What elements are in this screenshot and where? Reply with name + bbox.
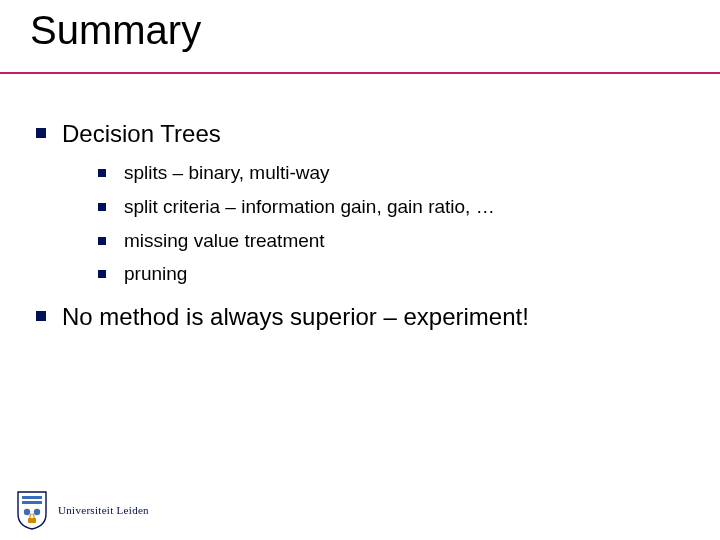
sub-bullet-text: pruning bbox=[124, 262, 187, 287]
square-bullet-icon bbox=[98, 270, 106, 278]
bullet-no-method: No method is always superior – experimen… bbox=[36, 301, 690, 332]
sub-bullet-text: splits – binary, multi-way bbox=[124, 161, 330, 186]
content-area: Decision Trees splits – binary, multi-wa… bbox=[36, 118, 690, 344]
bullet-text: Decision Trees bbox=[62, 118, 221, 149]
square-bullet-icon bbox=[36, 128, 46, 138]
sub-bullet-pruning: pruning bbox=[98, 262, 690, 287]
sub-bullet-text: split criteria – information gain, gain … bbox=[124, 195, 495, 220]
sub-bullet-splits: splits – binary, multi-way bbox=[98, 161, 690, 186]
bullet-text: No method is always superior – experimen… bbox=[62, 301, 529, 332]
svg-rect-1 bbox=[22, 501, 42, 504]
svg-rect-4 bbox=[28, 518, 36, 523]
slide: Summary Decision Trees splits – binary, … bbox=[0, 0, 720, 540]
svg-point-2 bbox=[24, 509, 30, 515]
slide-title: Summary bbox=[30, 8, 201, 53]
square-bullet-icon bbox=[36, 311, 46, 321]
svg-rect-0 bbox=[22, 496, 42, 499]
accent-line bbox=[0, 72, 720, 74]
footer: Universiteit Leiden Universiteit Leiden bbox=[16, 490, 149, 530]
square-bullet-icon bbox=[98, 169, 106, 177]
svg-point-3 bbox=[34, 509, 40, 515]
sub-bullet-missing: missing value treatment bbox=[98, 229, 690, 254]
bullet-decision-trees: Decision Trees bbox=[36, 118, 690, 149]
square-bullet-icon bbox=[98, 237, 106, 245]
sub-bullet-criteria: split criteria – information gain, gain … bbox=[98, 195, 690, 220]
sub-bullet-group: splits – binary, multi-way split criteri… bbox=[98, 161, 690, 287]
square-bullet-icon bbox=[98, 203, 106, 211]
university-name: Universiteit Leiden bbox=[58, 504, 149, 516]
university-shield-icon bbox=[16, 490, 48, 530]
sub-bullet-text: missing value treatment bbox=[124, 229, 325, 254]
